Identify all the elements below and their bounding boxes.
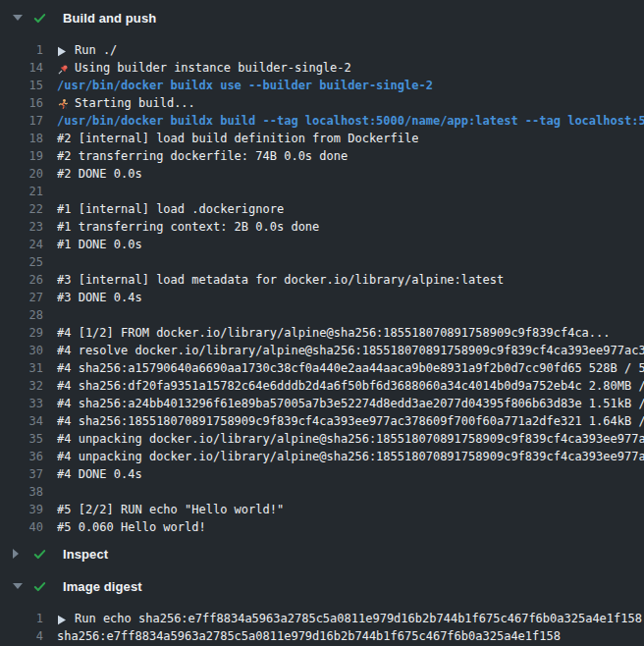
line-number[interactable]: 31 — [0, 359, 43, 377]
log-line: 15 /usr/bin/docker buildx use --builder … — [0, 77, 644, 94]
log-line: 34 #4 sha256:185518070891758909c9f839cf4… — [0, 412, 644, 430]
line-number[interactable]: 15 — [0, 77, 43, 94]
line-text-container: #4 sha256:a24bb4013296f61e89ba57005a7b3e… — [57, 395, 644, 412]
log-line: 1 Run echo sha256:e7ff8834a5963a2785c5a0… — [0, 610, 644, 627]
line-number[interactable]: 22 — [0, 200, 43, 218]
log-line: 19 #2 transferring dockerfile: 74B 0.0s … — [0, 147, 644, 165]
log-line: 29 #4 [1/2] FROM docker.io/library/alpin… — [0, 324, 644, 342]
log-line: 17 /usr/bin/docker buildx build --tag lo… — [0, 112, 644, 130]
line-text: #4 sha256:185518070891758909c9f839cf4ca3… — [57, 414, 644, 428]
line-text-container: #2 [internal] load build definition from… — [57, 130, 418, 147]
line-number[interactable]: 1 — [0, 41, 43, 59]
line-text-container: /usr/bin/docker buildx build --tag local… — [57, 112, 644, 130]
section-log-lines: 1 Run echo sha256:e7ff8834a5963a2785c5a0… — [0, 610, 644, 645]
log-line: 22 #1 [internal] load .dockerignore — [0, 200, 644, 218]
line-text: Starting build... — [75, 96, 195, 110]
play-triangle-icon[interactable] — [57, 611, 69, 627]
line-number[interactable]: 23 — [0, 218, 43, 236]
log-line: 38 — [0, 483, 644, 501]
log-line: 20 #2 DONE 0.0s — [0, 165, 644, 183]
line-number[interactable]: 39 — [0, 501, 43, 518]
line-number[interactable]: 36 — [0, 448, 43, 465]
log-line: 26 #3 [internal] load metadata for docke… — [0, 271, 644, 289]
line-text: #5 [2/2] RUN echo "Hello world!" — [57, 503, 284, 516]
section-header[interactable]: Image digest — [0, 575, 644, 597]
line-number[interactable]: 37 — [0, 465, 43, 483]
line-text: #2 transferring dockerfile: 74B 0.0s don… — [57, 149, 348, 163]
line-number[interactable]: 1 — [0, 610, 43, 627]
line-text: #4 resolve docker.io/library/alpine@sha2… — [57, 344, 644, 357]
log-line: 35 #4 unpacking docker.io/library/alpine… — [0, 430, 644, 448]
success-check-icon — [32, 547, 47, 562]
runner-emoji-icon — [57, 95, 69, 112]
log-line: 21 — [0, 183, 644, 200]
line-text: #3 DONE 0.4s — [57, 291, 142, 304]
line-number[interactable]: 38 — [0, 483, 43, 501]
log-line: 32 #4 sha256:df20fa9351a15782c64e6dddb2d… — [0, 377, 644, 395]
line-number[interactable]: 30 — [0, 342, 43, 359]
line-text-container: Using builder instance builder-single-2 — [57, 59, 351, 77]
log-line: 14 Using builder instance builder-single… — [0, 59, 644, 77]
section-log-lines: 1 Run ./ 14 Using builder instance build… — [0, 41, 644, 536]
log-line: 24 #1 DONE 0.0s — [0, 236, 644, 253]
line-number[interactable]: 40 — [0, 518, 43, 536]
line-number[interactable]: 14 — [0, 59, 43, 77]
line-number[interactable]: 4 — [0, 627, 43, 645]
line-number[interactable]: 35 — [0, 430, 43, 448]
line-text: Run echo sha256:e7ff8834a5963a2785c5a081… — [75, 612, 642, 625]
line-number[interactable]: 33 — [0, 395, 43, 412]
line-text: #4 DONE 0.4s — [57, 467, 142, 481]
triangle-down-icon[interactable] — [13, 583, 24, 589]
line-number[interactable]: 18 — [0, 130, 43, 147]
log-line: 39 #5 [2/2] RUN echo "Hello world!" — [0, 501, 644, 518]
section-header[interactable]: Inspect — [0, 543, 644, 565]
line-text-container: #4 resolve docker.io/library/alpine@sha2… — [57, 342, 644, 359]
line-number[interactable]: 17 — [0, 112, 43, 130]
line-number[interactable]: 27 — [0, 289, 43, 306]
triangle-right-icon[interactable] — [13, 549, 24, 559]
line-text: #1 [internal] load .dockerignore — [57, 202, 284, 216]
play-triangle-icon[interactable] — [57, 42, 69, 59]
line-number[interactable]: 16 — [0, 94, 43, 112]
line-text: #4 sha256:df20fa9351a15782c64e6dddb2d4a6… — [57, 379, 644, 393]
line-number[interactable]: 21 — [0, 183, 43, 200]
section-title: Image digest — [63, 579, 142, 594]
log-line: 37 #4 DONE 0.4s — [0, 465, 644, 483]
log-line: 28 — [0, 306, 644, 324]
line-text-container: #4 sha256:185518070891758909c9f839cf4ca3… — [57, 412, 644, 430]
log-line: 23 #1 transferring context: 2B 0.0s done — [0, 218, 644, 236]
line-text-container: #4 [1/2] FROM docker.io/library/alpine@s… — [57, 324, 611, 342]
line-text-container: #4 unpacking docker.io/library/alpine@sh… — [57, 430, 644, 448]
log-line: 33 #4 sha256:a24bb4013296f61e89ba57005a7… — [0, 395, 644, 412]
success-check-icon — [32, 11, 47, 26]
triangle-down-icon[interactable] — [13, 15, 24, 21]
line-text-container: #4 sha256:df20fa9351a15782c64e6dddb2d4a6… — [57, 377, 644, 395]
section-header[interactable]: Build and push — [0, 7, 644, 28]
line-number[interactable]: 19 — [0, 147, 43, 165]
line-text: #4 sha256:a24bb4013296f61e89ba57005a7b3e… — [57, 397, 644, 410]
line-number[interactable]: 24 — [0, 236, 43, 253]
log-line: 30 #4 resolve docker.io/library/alpine@s… — [0, 342, 644, 359]
line-text-container: #5 [2/2] RUN echo "Hello world!" — [57, 501, 284, 518]
log-line: 4 sha256:e7ff8834a5963a2785c5a0811e979d1… — [0, 627, 644, 645]
line-text: /usr/bin/docker buildx build --tag local… — [57, 114, 644, 128]
workflow-log-console: Build and push 1 Run ./ 14 Using builder… — [0, 0, 644, 645]
line-number[interactable]: 26 — [0, 271, 43, 289]
line-number[interactable]: 29 — [0, 324, 43, 342]
line-text-container: #3 [internal] load metadata for docker.i… — [57, 271, 504, 289]
line-text-container: sha256:e7ff8834a5963a2785c5a0811e979d16b… — [57, 627, 561, 645]
line-number[interactable]: 20 — [0, 165, 43, 183]
log-line: 31 #4 sha256:a15790640a6690aa1730c38cf0a… — [0, 359, 644, 377]
line-text: sha256:e7ff8834a5963a2785c5a0811e979d16b… — [57, 629, 561, 643]
line-number[interactable]: 32 — [0, 377, 43, 395]
line-number[interactable]: 28 — [0, 306, 43, 324]
line-text: #4 [1/2] FROM docker.io/library/alpine@s… — [57, 326, 611, 340]
log-section-build-and-push: Build and push 1 Run ./ 14 Using builder… — [0, 7, 644, 536]
log-line: 1 Run ./ — [0, 41, 644, 59]
line-number[interactable]: 25 — [0, 253, 43, 271]
line-number[interactable]: 34 — [0, 412, 43, 430]
line-text: /usr/bin/docker buildx use --builder bui… — [57, 79, 433, 92]
log-section-image-digest: Image digest 1 Run echo sha256:e7ff8834a… — [0, 575, 644, 645]
log-line: 36 #4 unpacking docker.io/library/alpine… — [0, 448, 644, 465]
line-text-container: #1 DONE 0.0s — [57, 236, 142, 253]
